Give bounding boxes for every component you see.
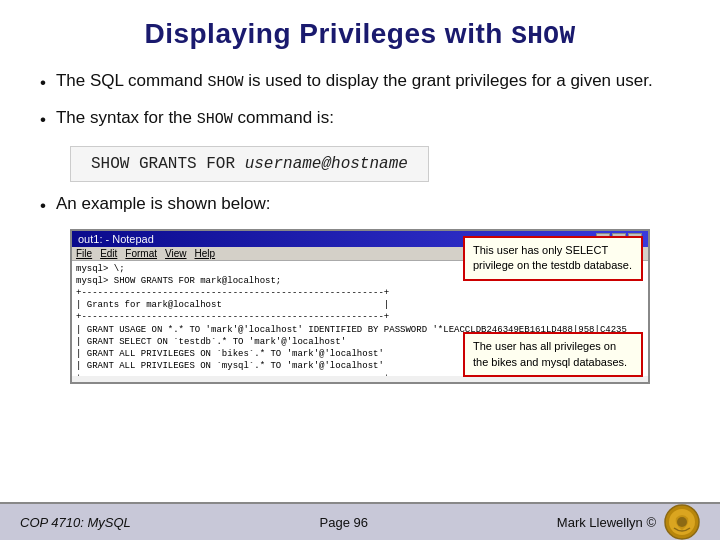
bullet-dot-3: • xyxy=(40,194,46,219)
menu-edit[interactable]: Edit xyxy=(100,248,117,259)
bullet-dot-2: • xyxy=(40,108,46,133)
bullet-2: • The syntax for the SHOW command is: xyxy=(40,106,680,133)
title-bar: Displaying Privileges with SHOW xyxy=(0,0,720,61)
logo-icon xyxy=(664,504,700,540)
bullet-1: • The SQL command SHOW is used to displa… xyxy=(40,69,680,96)
callout-bottom-text: The user has all privileges on the bikes… xyxy=(473,340,627,367)
bullet-1-mono: SHOW xyxy=(207,74,243,91)
notepad-window: out1: - Notepad _ □ × File Edit Format V… xyxy=(70,229,650,384)
code-italic: username@hostname xyxy=(245,155,408,173)
callout-top: This user has only SELECT privilege on t… xyxy=(463,236,643,281)
svg-point-2 xyxy=(677,517,687,527)
bullet-3-text: An example is shown below: xyxy=(56,192,680,217)
bullet-3: • An example is shown below: xyxy=(40,192,680,219)
bullet-1-text: The SQL command SHOW is used to display … xyxy=(56,69,680,94)
menu-help[interactable]: Help xyxy=(195,248,216,259)
menu-format[interactable]: Format xyxy=(125,248,157,259)
slide: Displaying Privileges with SHOW • The SQ… xyxy=(0,0,720,540)
title-mono: SHOW xyxy=(511,21,575,51)
footer-author: Mark Llewellyn © xyxy=(557,515,656,530)
content-area: • The SQL command SHOW is used to displa… xyxy=(0,61,720,502)
callout-top-text: This user has only SELECT privilege on t… xyxy=(473,244,632,271)
menu-file[interactable]: File xyxy=(76,248,92,259)
footer-right: Mark Llewellyn © xyxy=(557,504,700,540)
footer-course: COP 4710: MySQL xyxy=(20,515,131,530)
slide-title: Displaying Privileges with SHOW xyxy=(30,18,690,51)
bullet-2-text: The syntax for the SHOW command is: xyxy=(56,106,680,131)
code-line: SHOW GRANTS FOR xyxy=(91,155,245,173)
code-block: SHOW GRANTS FOR username@hostname xyxy=(70,146,429,182)
title-text: Displaying Privileges with xyxy=(144,18,511,49)
menu-view[interactable]: View xyxy=(165,248,187,259)
bullet-2-mono: SHOW xyxy=(197,111,233,128)
bullet-dot-1: • xyxy=(40,71,46,96)
footer-center: Page 96 xyxy=(320,515,368,530)
notepad-title: out1: - Notepad xyxy=(78,233,154,245)
callout-bottom: The user has all privileges on the bikes… xyxy=(463,332,643,377)
footer-left: COP 4710: MySQL xyxy=(20,515,131,530)
footer: COP 4710: MySQL Page 96 Mark Llewellyn © xyxy=(0,502,720,540)
footer-page: Page 96 xyxy=(320,515,368,530)
